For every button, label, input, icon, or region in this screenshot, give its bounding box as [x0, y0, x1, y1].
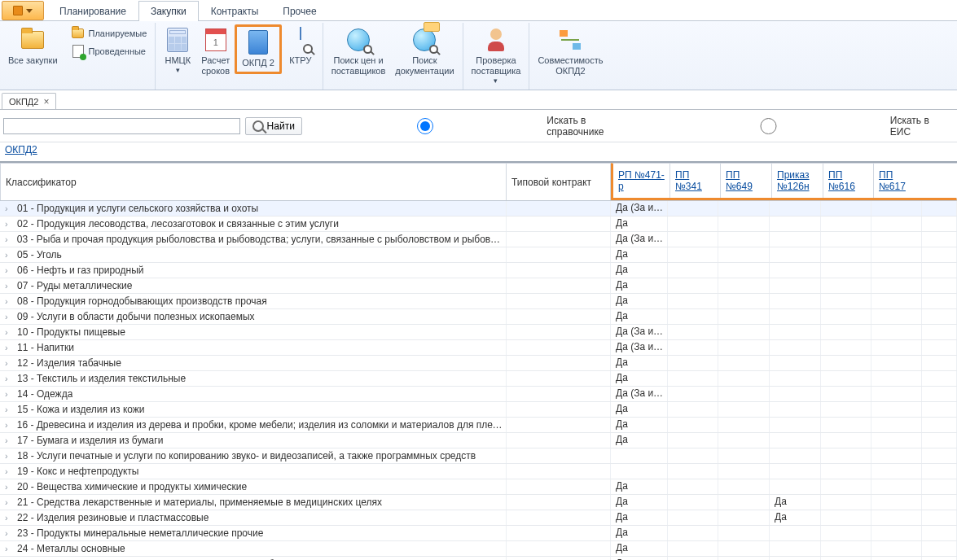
table-row[interactable]: ›06 - Нефть и газ природныйДа — [0, 263, 957, 278]
cell-prikaz126 — [770, 325, 821, 339]
expander-icon[interactable]: › — [5, 360, 12, 367]
table-row[interactable]: ›05 - УгольДа — [0, 247, 957, 263]
expander-icon[interactable]: › — [5, 252, 12, 259]
cell-tail — [922, 495, 957, 510]
conducted-button[interactable]: Проведенные — [66, 42, 152, 60]
table-row[interactable]: ›09 - Услуги в области добычи полезных и… — [0, 309, 957, 325]
supplier-check-button[interactable]: Проверка поставщика ▾ — [467, 24, 526, 88]
document-tab-strip: ОКПД2 × — [2, 93, 955, 109]
expander-icon[interactable]: › — [5, 530, 12, 537]
tab-other[interactable]: Прочее — [270, 1, 328, 21]
expander-icon[interactable]: › — [5, 236, 12, 243]
app-menu-button[interactable] — [2, 1, 44, 20]
table-row[interactable]: ›13 - Текстиль и изделия текстильныеДа — [0, 371, 957, 387]
cell-typical — [507, 495, 611, 510]
table-row[interactable]: ›23 - Продукты минеральные неметаллическ… — [0, 526, 957, 541]
breadcrumb-okpd2[interactable]: ОКПД2 — [5, 144, 37, 155]
cell-pp616 — [821, 356, 871, 370]
table-row[interactable]: ›01 - Продукция и услуги сельского хозяй… — [0, 201, 957, 217]
expander-icon[interactable]: › — [5, 499, 12, 506]
cell-pp617 — [871, 402, 922, 417]
radio-directory-input[interactable] — [307, 118, 544, 134]
radio-search-directory[interactable]: Искать в справочнике — [307, 115, 645, 138]
ktru-button[interactable]: КТРУ — [282, 24, 319, 69]
nmck-button[interactable]: НМЦК ▾ — [159, 24, 196, 77]
okpd-compat-button[interactable]: Совместимость ОКПД2 — [533, 24, 608, 80]
table-row[interactable]: ›16 - Древесина и изделия из дерева и пр… — [0, 418, 957, 433]
planned-button[interactable]: Планируемые — [66, 24, 152, 42]
link-pp617[interactable]: ПП №617 — [879, 169, 920, 192]
expander-icon[interactable]: › — [5, 313, 12, 321]
doc-search-button[interactable]: Поиск документации — [390, 24, 459, 80]
table-row[interactable]: ›17 - Бумага и изделия из бумагиДа — [0, 433, 957, 448]
col-prikaz126[interactable]: Приказ №126н — [772, 164, 823, 198]
expander-icon[interactable]: › — [5, 468, 12, 475]
all-purchases-button[interactable]: Все закупки — [3, 24, 63, 69]
table-row[interactable]: ›14 - ОдеждаДа (За ис... — [0, 387, 957, 402]
link-pp616[interactable]: ПП №616 — [828, 169, 868, 192]
close-icon[interactable]: × — [43, 96, 49, 107]
find-button[interactable]: Найти — [245, 117, 302, 135]
expander-icon[interactable]: › — [5, 221, 12, 228]
cell-pp617 — [871, 263, 922, 278]
table-row[interactable]: ›15 - Кожа и изделия из кожиДа — [0, 402, 957, 418]
expander-icon[interactable]: › — [5, 329, 12, 336]
cell-typical — [507, 201, 611, 216]
table-row[interactable]: ›25 - Изделия металлические готовые, кро… — [0, 557, 957, 560]
tab-planning[interactable]: Планирование — [47, 1, 138, 21]
document-tab-okpd2[interactable]: ОКПД2 × — [2, 93, 56, 109]
expander-icon[interactable]: › — [5, 483, 12, 491]
table-row[interactable]: ›20 - Вещества химические и продукты хим… — [0, 479, 957, 495]
expander-icon[interactable]: › — [5, 344, 12, 352]
link-prikaz126[interactable]: Приказ №126н — [777, 169, 818, 192]
table-row[interactable]: ›24 - Металлы основныеДа — [0, 541, 957, 557]
cell-tail — [922, 371, 957, 386]
col-pp617[interactable]: ПП №617 — [874, 164, 924, 198]
okpd2-button[interactable]: ОКПД 2 — [235, 24, 282, 74]
expander-icon[interactable]: › — [5, 282, 12, 290]
link-pp649[interactable]: ПП №649 — [726, 169, 766, 192]
col-typical-contract[interactable]: Типовой контракт — [507, 163, 611, 200]
expander-icon[interactable]: › — [5, 375, 12, 383]
radio-eis-input[interactable] — [650, 118, 887, 134]
expander-icon[interactable]: › — [5, 545, 12, 553]
table-row[interactable]: ›19 - Кокс и нефтепродукты — [0, 464, 957, 479]
tab-purchases[interactable]: Закупки — [138, 1, 199, 21]
col-pp616[interactable]: ПП №616 — [823, 164, 874, 198]
expander-icon[interactable]: › — [5, 205, 12, 212]
table-row[interactable]: ›18 - Услуги печатные и услуги по копиро… — [0, 448, 957, 464]
table-row[interactable]: ›02 - Продукция лесоводства, лесозаготов… — [0, 217, 957, 232]
col-classifier[interactable]: Классификатор — [0, 163, 507, 200]
expander-icon[interactable]: › — [5, 298, 12, 305]
col-pp649[interactable]: ПП №649 — [721, 164, 772, 198]
cell-typical — [507, 433, 611, 448]
expander-icon[interactable]: › — [5, 406, 12, 413]
col-rp471[interactable]: РП №471-р — [613, 164, 670, 198]
price-search-button[interactable]: Поиск цен и поставщиков — [327, 24, 391, 80]
col-pp341[interactable]: ПП №341 — [670, 164, 721, 198]
search-input[interactable] — [3, 118, 240, 134]
expander-icon[interactable]: › — [5, 437, 12, 444]
table-row[interactable]: ›12 - Изделия табачныеДа — [0, 356, 957, 371]
expander-icon[interactable]: › — [5, 391, 12, 398]
table-row[interactable]: ›11 - НапиткиДа (За ис... — [0, 340, 957, 356]
link-pp341[interactable]: ПП №341 — [675, 169, 715, 192]
expander-icon[interactable]: › — [5, 453, 12, 460]
table-row[interactable]: ›08 - Продукция горнодобывающих производ… — [0, 294, 957, 309]
radio-search-eis[interactable]: Искать в ЕИС — [650, 115, 952, 138]
tab-contracts[interactable]: Контракты — [199, 1, 271, 21]
calc-dates-button[interactable]: 1 Расчет сроков — [196, 24, 235, 80]
expander-icon[interactable]: › — [5, 514, 12, 522]
link-rp471[interactable]: РП №471-р — [618, 169, 665, 192]
table-row[interactable]: ›10 - Продукты пищевыеДа (За ис... — [0, 325, 957, 340]
table-row[interactable]: ›07 - Руды металлическиеДа — [0, 278, 957, 294]
table-row[interactable]: ›03 - Рыба и прочая продукция рыболовств… — [0, 232, 957, 247]
table-row[interactable]: ›22 - Изделия резиновые и пластмассовыеД… — [0, 510, 957, 526]
table-row[interactable]: ›21 - Средства лекарственные и материалы… — [0, 495, 957, 510]
expander-icon[interactable]: › — [5, 422, 12, 429]
cell-tail — [922, 510, 957, 525]
expander-icon[interactable]: › — [5, 267, 12, 274]
cell-prikaz126 — [770, 541, 821, 556]
cell-pp341 — [668, 464, 718, 479]
cell-pp616 — [821, 479, 871, 494]
